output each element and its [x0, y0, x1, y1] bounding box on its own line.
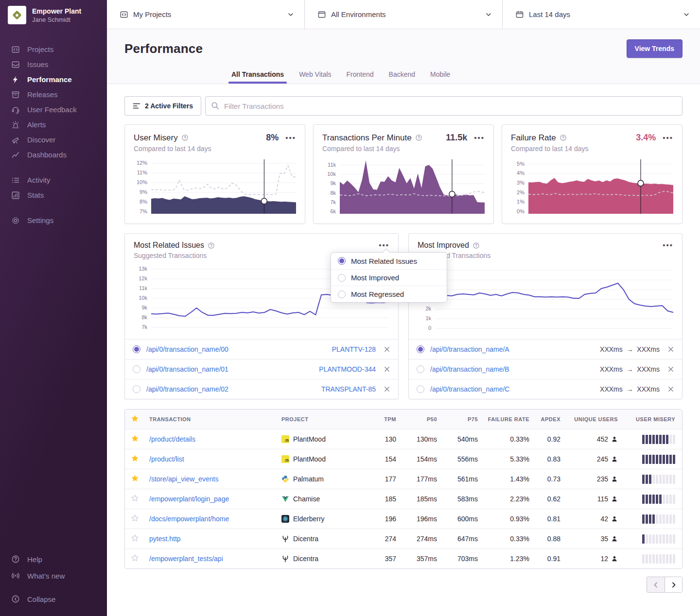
help-icon[interactable] [472, 242, 480, 249]
column-header-project[interactable]: PROJECT [281, 416, 364, 422]
transaction-link[interactable]: /api/0/transaction_name/01 [146, 365, 228, 373]
close-icon[interactable] [667, 386, 674, 393]
tab-frontend[interactable]: Frontend [347, 70, 374, 84]
sidebar-item-user-feedback[interactable]: User Feedback [0, 102, 107, 117]
sidebar-item-discover[interactable]: Discover [0, 132, 107, 147]
star-icon[interactable] [131, 454, 139, 462]
p75-value: 703ms [437, 555, 478, 563]
radio-button[interactable] [133, 345, 140, 353]
column-header-apdex[interactable]: APDEX [529, 416, 560, 422]
org-switcher[interactable]: Empower Plant Jane Schmidt [0, 0, 107, 29]
tab-backend[interactable]: Backend [389, 70, 415, 84]
active-filters-button[interactable]: 2 Active Filters [124, 96, 201, 116]
sidebar-item-dashboards[interactable]: Dashboards [0, 147, 107, 162]
misery-bar [649, 495, 651, 504]
transaction-link[interactable]: /docs/empowerplant/home [149, 515, 281, 523]
issue-link[interactable]: TRANSPLANT-85 [321, 385, 376, 393]
radio-button[interactable] [417, 345, 424, 353]
tab-mobile[interactable]: Mobile [430, 70, 450, 84]
transaction-link[interactable]: /product/list [149, 455, 281, 463]
close-icon[interactable] [667, 346, 674, 353]
misery-bar [652, 534, 655, 544]
previous-page-button[interactable] [647, 577, 665, 593]
help-icon[interactable] [415, 134, 422, 141]
transaction-link[interactable]: /api/0/transaction_name/02 [146, 385, 228, 393]
transaction-link[interactable]: /empowerplant_tests/api [149, 555, 281, 563]
close-icon[interactable] [384, 386, 390, 393]
dashboards-icon [11, 151, 20, 159]
environment-filter-dropdown[interactable]: All Environments [305, 0, 503, 29]
star-icon[interactable] [131, 534, 139, 542]
sidebar-item-issues[interactable]: Issues [0, 57, 107, 72]
issue-link[interactable]: PLANTTV-128 [332, 345, 376, 353]
project-cell: Dicentra [281, 555, 364, 563]
help-icon[interactable] [181, 134, 189, 141]
card-menu-button[interactable]: ••• [663, 136, 673, 140]
star-icon[interactable] [131, 474, 139, 482]
transaction-link[interactable]: /api/0/transaction_name/B [430, 365, 509, 373]
help-icon[interactable] [208, 242, 215, 249]
close-icon[interactable] [384, 346, 390, 353]
menu-item-most-related-issues[interactable]: Most Related Issues [331, 253, 447, 269]
sidebar-item-collapse[interactable]: Collapse [0, 591, 107, 607]
star-icon[interactable] [131, 494, 139, 502]
tab-web-vitals[interactable]: Web Vitals [299, 70, 331, 84]
p50-value: 196ms [396, 515, 437, 523]
sidebar-item-stats[interactable]: Stats [0, 188, 107, 203]
transaction-link[interactable]: /product/details [149, 435, 281, 443]
menu-item-most-regressed[interactable]: Most Regressed [331, 286, 447, 302]
star-icon[interactable] [131, 414, 139, 423]
help-icon[interactable] [560, 134, 567, 141]
user-icon [611, 535, 618, 542]
card-menu-button[interactable]: ••• [474, 136, 485, 140]
sidebar-item-projects[interactable]: Projects [0, 42, 107, 57]
misery-bar [642, 455, 645, 464]
transaction-link[interactable]: pytest.http [149, 535, 281, 543]
view-trends-button[interactable]: View Trends [627, 39, 682, 58]
search-icon [211, 102, 219, 110]
issue-link[interactable]: PLANTMOOD-344 [319, 365, 376, 373]
sidebar-item-settings[interactable]: Settings [0, 213, 107, 228]
sidebar-item-help[interactable]: Help [0, 551, 107, 567]
column-header-p50[interactable]: P50 [396, 416, 437, 422]
card-menu-button[interactable]: ••• [285, 136, 296, 140]
star-icon[interactable] [131, 514, 139, 522]
transaction-link[interactable]: /api/0/transaction_name/C [430, 385, 509, 393]
next-page-button[interactable] [665, 577, 682, 593]
unique-users-value: 235 [560, 475, 618, 483]
project-filter-dropdown[interactable]: My Projects [107, 0, 305, 29]
panel-menu-button[interactable]: ••• [379, 243, 389, 248]
sidebar-item-releases[interactable]: Releases [0, 87, 107, 102]
search-input[interactable] [205, 96, 682, 116]
radio-button[interactable] [417, 365, 424, 373]
radio-button[interactable] [133, 365, 140, 373]
sidebar-item-performance[interactable]: Performance [0, 72, 107, 87]
misery-bar [646, 475, 648, 484]
transaction-link[interactable]: /api/0/transaction_name/00 [146, 345, 228, 353]
column-header-transaction[interactable]: TRANSACTION [149, 416, 281, 422]
column-header-unique-users[interactable]: UNIQUE USERS [560, 416, 618, 422]
transaction-link[interactable]: /empowerplant/login_page [149, 495, 281, 503]
transaction-link[interactable]: /api/0/transaction_name/A [430, 345, 509, 353]
transaction-list-item: /api/0/transaction_name/00PLANTTV-128 [125, 339, 398, 359]
close-icon[interactable] [667, 366, 674, 373]
axis-tick-label: 6k [330, 208, 336, 214]
sidebar-item-alerts[interactable]: Alerts [0, 117, 107, 132]
card-value: 3.4% [636, 133, 656, 143]
star-icon[interactable] [131, 554, 139, 562]
sidebar-item-what-s-new[interactable]: What’s new [0, 567, 107, 584]
sidebar-item-activity[interactable]: Activity [0, 172, 107, 188]
tab-all-transactions[interactable]: All Transactions [231, 70, 284, 84]
column-header-user-misery[interactable]: USER MISERY [618, 416, 675, 422]
column-header-failure-rate[interactable]: FAILURE RATE [478, 416, 529, 422]
panel-menu-button[interactable]: ••• [663, 243, 673, 248]
close-icon[interactable] [384, 366, 390, 373]
radio-button[interactable] [133, 385, 140, 393]
column-header-tpm[interactable]: TPM [364, 416, 396, 422]
date-range-dropdown[interactable]: Last 14 days [503, 0, 700, 29]
column-header-p75[interactable]: P75 [437, 416, 478, 422]
star-icon[interactable] [131, 434, 139, 443]
menu-item-most-improved[interactable]: Most Improved [331, 269, 447, 286]
radio-button[interactable] [417, 385, 424, 393]
transaction-link[interactable]: /store/api_view_events [149, 475, 281, 483]
